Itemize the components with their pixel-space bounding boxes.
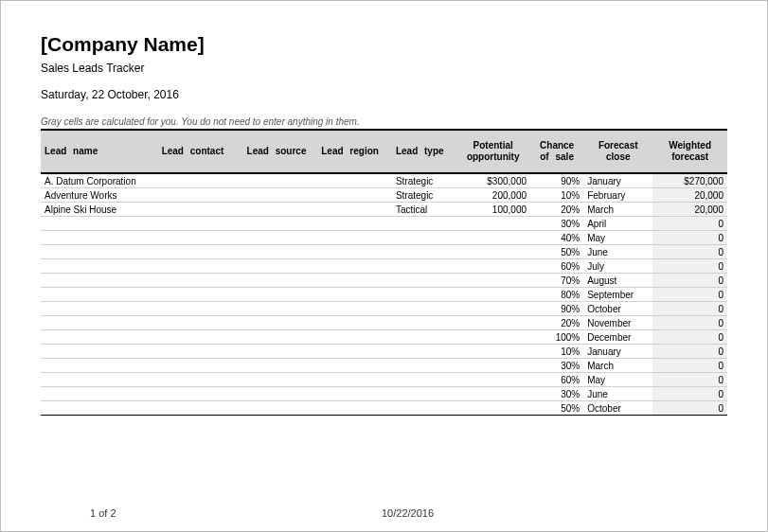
cell-source: [243, 401, 318, 416]
cell-type: [392, 259, 455, 274]
cell-source: [243, 330, 318, 345]
cell-chance: 60%: [530, 373, 583, 387]
cell-type: Tactical: [392, 203, 455, 217]
cell-contact: [158, 345, 243, 359]
leads-table: Lead name Lead contact Lead source Lead …: [41, 129, 727, 415]
cell-type: [392, 231, 455, 245]
cell-source: [243, 302, 318, 316]
cell-contact: [158, 316, 243, 330]
cell-type: [392, 274, 455, 288]
cell-contact: [158, 274, 243, 288]
cell-weighted: 20,000: [652, 203, 727, 217]
cell-forecast_close: April: [583, 217, 652, 231]
cell-type: [392, 345, 455, 359]
cell-forecast_close: September: [583, 288, 652, 302]
cell-contact: [158, 387, 243, 401]
col-lead-contact: Lead contact: [158, 130, 243, 173]
cell-contact: [158, 259, 243, 274]
cell-opportunity: [455, 217, 530, 231]
cell-weighted: 0: [652, 274, 727, 288]
cell-contact: [158, 188, 243, 203]
cell-chance: 10%: [530, 188, 583, 203]
cell-forecast_close: May: [583, 373, 652, 387]
cell-source: [243, 173, 318, 188]
footer-date: 10/22/2016: [382, 507, 434, 519]
cell-region: [317, 231, 392, 245]
cell-opportunity: [455, 302, 530, 316]
cell-name: [41, 387, 158, 401]
cell-type: [392, 217, 455, 231]
cell-chance: 30%: [530, 387, 583, 401]
cell-region: [317, 245, 392, 259]
cell-source: [243, 288, 318, 302]
cell-type: [392, 316, 455, 330]
cell-weighted: 0: [652, 373, 727, 387]
cell-region: [317, 345, 392, 359]
cell-opportunity: [455, 401, 530, 416]
cell-name: [41, 217, 158, 231]
cell-type: [392, 330, 455, 345]
table-row: 30%March0: [41, 359, 727, 373]
cell-forecast_close: January: [583, 173, 652, 188]
col-weighted-forecast: Weighted forecast: [652, 130, 727, 173]
cell-chance: 70%: [530, 274, 583, 288]
cell-name: [41, 345, 158, 359]
table-row: Alpine Ski HouseTactical100,00020%March2…: [41, 203, 727, 217]
cell-name: [41, 373, 158, 387]
table-row: 30%June0: [41, 387, 727, 401]
table-row: Adventure WorksStrategic200,00010%Februa…: [41, 188, 727, 203]
col-chance-of-sale: Chance of sale: [530, 130, 583, 173]
cell-forecast_close: November: [583, 316, 652, 330]
cell-region: [317, 359, 392, 373]
cell-name: [41, 302, 158, 316]
table-row: 10%January0: [41, 345, 727, 359]
cell-type: Strategic: [392, 188, 455, 203]
cell-contact: [158, 245, 243, 259]
cell-type: [392, 387, 455, 401]
cell-name: [41, 316, 158, 330]
cell-opportunity: [455, 231, 530, 245]
cell-type: Strategic: [392, 173, 455, 188]
cell-type: [392, 302, 455, 316]
cell-source: [243, 231, 318, 245]
cell-contact: [158, 217, 243, 231]
cell-weighted: 0: [652, 259, 727, 274]
cell-name: Alpine Ski House: [41, 203, 158, 217]
cell-type: [392, 373, 455, 387]
cell-opportunity: [455, 274, 530, 288]
document-date: Saturday, 22 October, 2016: [41, 88, 727, 101]
table-header-row: Lead name Lead contact Lead source Lead …: [41, 130, 727, 173]
cell-name: [41, 288, 158, 302]
cell-forecast_close: February: [583, 188, 652, 203]
document-subtitle: Sales Leads Tracker: [41, 62, 727, 75]
cell-region: [317, 373, 392, 387]
col-lead-source: Lead source: [243, 130, 318, 173]
cell-region: [317, 274, 392, 288]
cell-chance: 80%: [530, 288, 583, 302]
cell-forecast_close: July: [583, 259, 652, 274]
cell-forecast_close: October: [583, 302, 652, 316]
cell-type: [392, 401, 455, 416]
page-number: 1 of 2: [90, 507, 116, 519]
cell-weighted: 0: [652, 245, 727, 259]
document-page: [Company Name] Sales Leads Tracker Satur…: [1, 1, 767, 425]
cell-type: [392, 245, 455, 259]
cell-opportunity: [455, 359, 530, 373]
cell-chance: 50%: [530, 245, 583, 259]
cell-source: [243, 359, 318, 373]
cell-source: [243, 245, 318, 259]
cell-chance: 20%: [530, 316, 583, 330]
col-forecast-close: Forecast close: [583, 130, 652, 173]
cell-contact: [158, 231, 243, 245]
table-row: 30%April0: [41, 217, 727, 231]
cell-weighted: 0: [652, 345, 727, 359]
table-row: 80%September0: [41, 288, 727, 302]
table-row: 50%October0: [41, 401, 727, 416]
calc-note: Gray cells are calculated for you. You d…: [41, 116, 727, 127]
cell-source: [243, 259, 318, 274]
cell-opportunity: [455, 245, 530, 259]
cell-weighted: 0: [652, 330, 727, 345]
cell-chance: 60%: [530, 259, 583, 274]
col-lead-type: Lead type: [392, 130, 455, 173]
col-lead-name: Lead name: [41, 130, 158, 173]
